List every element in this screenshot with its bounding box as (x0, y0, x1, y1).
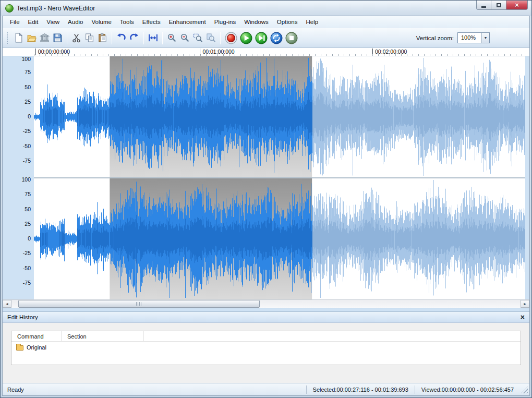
status-viewed-range: Viewed:00:00:00:000 - 00:02:56:457 (415, 385, 520, 394)
axis-label: -25 (8, 128, 31, 134)
open-folder-icon (27, 33, 37, 43)
waveform-canvas[interactable] (34, 56, 525, 299)
scroll-right-icon: ► (523, 302, 527, 306)
menu-item-enhancement[interactable]: Enhancement (165, 16, 210, 28)
history-row-label: Original (27, 344, 46, 351)
play-selection-icon (255, 32, 268, 44)
open-file-button[interactable] (25, 31, 38, 45)
close-button[interactable]: × (506, 1, 528, 10)
history-row-original[interactable]: Original (11, 342, 521, 353)
copy-button[interactable] (83, 31, 96, 45)
axis-label: 50 (8, 85, 31, 90)
menu-bar: File Edit View Audio Volume Tools Effect… (3, 16, 529, 28)
toolbar-separator (143, 32, 144, 44)
minimize-button[interactable] (476, 1, 491, 10)
undo-icon (116, 33, 126, 43)
axis-label: 75 (8, 191, 31, 197)
loop-icon (270, 32, 283, 44)
vertical-zoom-select[interactable]: 100% ▼ (457, 32, 490, 43)
app-window: Test.mp3 - Nero WaveEditor × File Edit V… (0, 0, 532, 398)
menu-item-edit[interactable]: Edit (24, 16, 43, 28)
axis-label: 0 (8, 236, 31, 242)
toolbar-grip[interactable] (7, 32, 9, 44)
ruler-time-label: 00:02:00:000 (372, 49, 407, 55)
axis-label: -25 (8, 250, 31, 256)
play-icon (240, 32, 252, 44)
loop-playback-button[interactable] (269, 31, 284, 45)
resize-grip[interactable] (521, 387, 528, 393)
axis-label-column: 1007550250-25-50-751007550250-25-50-75 (3, 56, 34, 299)
cut-button[interactable] (70, 31, 83, 45)
edit-history-title: Edit History (7, 314, 38, 320)
menu-item-effects[interactable]: Effects (138, 16, 165, 28)
title-bar[interactable]: Test.mp3 - Nero WaveEditor × (1, 1, 531, 16)
menu-item-tools[interactable]: Tools (116, 16, 138, 28)
zoom-to-selection-button[interactable] (191, 31, 204, 45)
axis-label: 100 (8, 56, 31, 62)
time-ruler[interactable]: 00:00:00:00000:01:00:00000:02:00:000 (3, 48, 529, 56)
menu-item-volume[interactable]: Volume (88, 16, 116, 28)
menu-item-view[interactable]: View (42, 16, 64, 28)
history-table: Command Section Original (11, 331, 521, 365)
zoom-document-icon (206, 33, 216, 43)
axis-label: 25 (8, 221, 31, 227)
menu-item-help[interactable]: Help (302, 16, 323, 28)
scroll-left-button[interactable]: ◄ (3, 300, 11, 308)
scroll-right-button[interactable]: ► (521, 300, 529, 308)
window-controls: × (476, 1, 528, 10)
fit-width-icon (148, 33, 158, 43)
axis-label: -75 (8, 280, 31, 286)
nero-app-icon (5, 4, 14, 13)
minimize-icon (481, 6, 486, 8)
undo-button[interactable] (115, 31, 128, 45)
close-icon: × (515, 1, 519, 9)
toolbar-separator (220, 32, 221, 44)
scrollbar-thumb[interactable] (18, 300, 260, 308)
chevron-down-icon[interactable]: ▼ (481, 33, 489, 43)
library-building-icon (40, 33, 50, 43)
scrollbar-grip-icon (136, 302, 141, 306)
column-header-section[interactable]: Section (62, 331, 144, 341)
edit-history-header[interactable]: Edit History × (3, 311, 529, 323)
edit-history-body: Command Section Original (3, 323, 529, 383)
vertical-zoom-value: 100% (458, 33, 481, 43)
record-button[interactable] (223, 31, 238, 45)
scrollbar-track[interactable] (11, 300, 521, 308)
maximize-button[interactable] (491, 1, 506, 10)
waveform-area: 1007550250-25-50-751007550250-25-50-75 (3, 56, 529, 299)
axis-label: -50 (8, 143, 31, 149)
zoom-document-button[interactable] (204, 31, 217, 45)
play-selection-button[interactable] (253, 31, 269, 45)
menu-item-file[interactable]: File (6, 16, 24, 28)
new-document-button[interactable] (12, 31, 25, 45)
axis-label: 25 (8, 99, 31, 105)
stop-button[interactable] (284, 31, 299, 45)
status-bar: Ready Selected:00:00:27:116 - 00:01:39:6… (3, 383, 529, 395)
zoom-out-button[interactable] (178, 31, 191, 45)
menu-item-windows[interactable]: Windows (240, 16, 273, 28)
stop-icon (285, 32, 298, 44)
divider-band (3, 308, 529, 311)
zoom-in-button[interactable] (165, 31, 178, 45)
status-ready: Ready (7, 387, 306, 393)
column-header-command[interactable]: Command (11, 331, 62, 341)
vertical-zoom-label: Vertical zoom: (416, 35, 457, 41)
axis-label: -50 (8, 266, 31, 271)
paste-button[interactable] (96, 31, 109, 45)
play-button[interactable] (238, 31, 253, 45)
menu-item-audio[interactable]: Audio (64, 16, 87, 28)
panel-close-button[interactable]: × (521, 313, 525, 321)
new-document-icon (14, 33, 23, 43)
record-icon (225, 32, 237, 44)
redo-button[interactable] (128, 31, 141, 45)
axis-label: 100 (8, 177, 31, 183)
menu-item-options[interactable]: Options (273, 16, 302, 28)
scroll-left-icon: ◄ (5, 302, 9, 306)
fit-to-window-button[interactable] (147, 31, 160, 45)
audio-library-button[interactable] (38, 31, 51, 45)
menu-item-plugins[interactable]: Plug-ins (210, 16, 240, 28)
right-margin-strip (525, 56, 529, 299)
redo-icon (129, 33, 139, 43)
zoom-in-icon (167, 33, 177, 43)
save-button[interactable] (51, 31, 64, 45)
